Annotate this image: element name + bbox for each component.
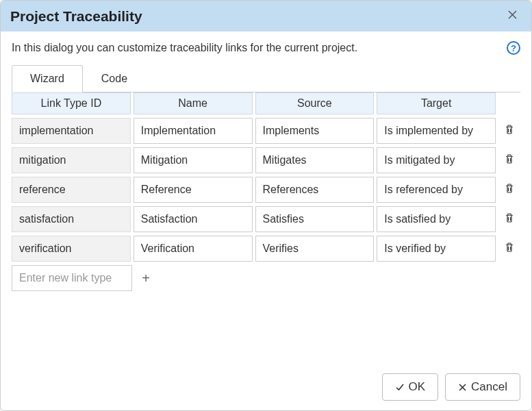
- link-type-source-input[interactable]: Satisfies: [255, 206, 375, 232]
- delete-row-button[interactable]: [503, 212, 516, 227]
- description-row: In this dialog you can customize traceab…: [1, 32, 531, 60]
- header-link-type-id: Link Type ID: [12, 92, 131, 114]
- link-type-target-input[interactable]: Is mitigated by: [377, 147, 496, 173]
- project-traceability-dialog: Project Traceability In this dialog you …: [0, 0, 532, 411]
- trash-icon: [503, 123, 516, 136]
- table-row: verificationVerificationVerifiesIs verif…: [12, 236, 520, 262]
- delete-row-button[interactable]: [503, 153, 516, 168]
- tab-wizard[interactable]: Wizard: [12, 65, 83, 92]
- new-link-type-input[interactable]: Enter new link type: [12, 265, 132, 291]
- cancel-button-label: Cancel: [471, 380, 507, 394]
- header-target: Target: [377, 92, 496, 114]
- table-header-row: Link Type ID Name Source Target: [12, 92, 520, 114]
- trash-icon: [503, 182, 516, 195]
- cancel-button[interactable]: Cancel: [445, 373, 520, 401]
- link-type-target-input[interactable]: Is satisfied by: [377, 206, 496, 232]
- dialog-title: Project Traceability: [10, 8, 142, 25]
- delete-row-button[interactable]: [503, 182, 516, 197]
- header-source: Source: [255, 92, 375, 114]
- ok-button-label: OK: [409, 380, 426, 394]
- link-type-name-input[interactable]: Implementation: [134, 118, 253, 144]
- wizard-content: Link Type ID Name Source Target implemen…: [1, 92, 531, 364]
- link-type-table: Link Type ID Name Source Target implemen…: [12, 92, 520, 357]
- link-type-target-input[interactable]: Is verified by: [377, 236, 496, 262]
- link-type-id-cell: satisfaction: [12, 206, 131, 232]
- x-icon: [458, 383, 467, 392]
- link-type-source-input[interactable]: Implements: [255, 118, 375, 144]
- tab-bar: Wizard Code: [1, 60, 531, 92]
- link-type-id-cell: mitigation: [12, 147, 131, 173]
- button-bar: OK Cancel: [1, 364, 531, 410]
- link-type-name-input[interactable]: Satisfaction: [134, 206, 253, 232]
- header-action-spacer: [498, 92, 520, 114]
- table-row: implementationImplementationImplementsIs…: [12, 118, 520, 144]
- help-icon[interactable]: ?: [507, 41, 520, 55]
- dialog-description: In this dialog you can customize traceab…: [12, 42, 357, 54]
- link-type-source-input[interactable]: References: [255, 177, 375, 203]
- link-type-id-cell: implementation: [12, 118, 131, 144]
- tab-code[interactable]: Code: [83, 65, 146, 92]
- link-type-name-input[interactable]: Mitigation: [134, 147, 253, 173]
- table-row: satisfactionSatisfactionSatisfiesIs sati…: [12, 206, 520, 232]
- delete-row-button[interactable]: [503, 241, 516, 256]
- link-type-source-input[interactable]: Verifies: [255, 236, 375, 262]
- link-type-id-cell: reference: [12, 177, 131, 203]
- trash-icon: [503, 241, 516, 253]
- link-type-name-input[interactable]: Reference: [134, 177, 253, 203]
- header-name: Name: [134, 92, 253, 114]
- ok-button[interactable]: OK: [382, 373, 439, 401]
- link-type-id-cell: verification: [12, 236, 131, 262]
- table-row: referenceReferenceReferencesIs reference…: [12, 177, 520, 203]
- trash-icon: [503, 153, 516, 165]
- add-link-type-icon[interactable]: +: [135, 265, 157, 291]
- new-link-type-row: Enter new link type +: [12, 265, 520, 291]
- link-type-source-input[interactable]: Mitigates: [255, 147, 375, 173]
- check-icon: [395, 382, 405, 392]
- link-type-name-input[interactable]: Verification: [134, 236, 253, 262]
- close-icon[interactable]: [503, 8, 522, 25]
- table-row: mitigationMitigationMitigatesIs mitigate…: [12, 147, 520, 173]
- trash-icon: [503, 212, 516, 224]
- titlebar: Project Traceability: [1, 1, 531, 32]
- link-type-target-input[interactable]: Is referenced by: [377, 177, 496, 203]
- delete-row-button[interactable]: [503, 123, 516, 138]
- link-type-target-input[interactable]: Is implemented by: [377, 118, 496, 144]
